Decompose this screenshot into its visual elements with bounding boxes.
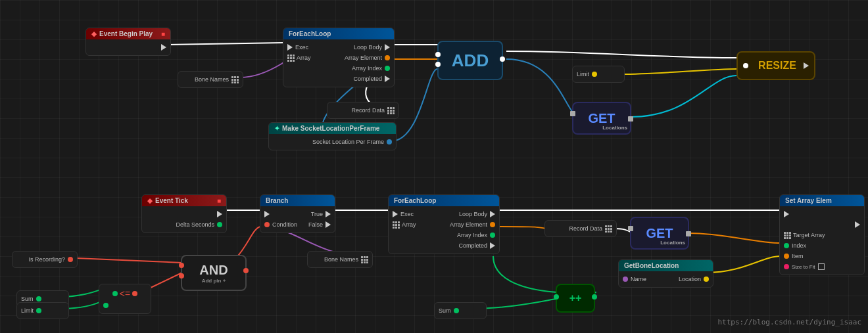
array-idx-out <box>490 233 495 238</box>
and-in1-pin <box>179 263 184 268</box>
resize-exec-in <box>743 63 748 68</box>
node-header: Set Array Elem <box>780 195 864 206</box>
bone-names-pin <box>231 76 239 83</box>
loop-body-pin <box>385 44 390 51</box>
add-in1-pin <box>435 52 441 57</box>
node-header: ForEachLoop <box>283 28 394 39</box>
array-in-pin <box>287 55 295 62</box>
record-data-bot-node[interactable]: Record Data <box>544 220 617 237</box>
node-header: ForEachLoop <box>389 195 499 206</box>
index-pin <box>784 243 789 248</box>
delta-sec-pin <box>217 222 222 227</box>
and-in2-pin <box>179 273 184 278</box>
plusplus-node[interactable]: ++ <box>556 284 595 313</box>
get-bot-node[interactable]: GET Locations <box>630 217 689 250</box>
get-top-node[interactable]: GET Locations <box>572 102 631 135</box>
get-bot-in-pin <box>628 226 633 231</box>
bone-names-top-node[interactable]: Bone Names <box>178 71 243 88</box>
watermark: https://blog.csdn.net/dying_isaac <box>717 318 861 326</box>
add-out-pin <box>500 56 505 62</box>
branch-exec-in <box>264 211 270 217</box>
condition-pin <box>264 222 270 227</box>
loop-body-out <box>490 211 495 217</box>
node-header: ◆ Event Tick ■ <box>142 195 226 206</box>
branch-false-pin <box>326 221 331 228</box>
for-each-loop-bot-node[interactable]: ForEachLoop Exec Loop Body Array Array E… <box>388 194 500 254</box>
get-bot-out-pin <box>686 231 691 236</box>
add-node[interactable]: ADD <box>437 41 503 80</box>
completed-pin <box>385 76 390 82</box>
sum-bot-pin <box>454 308 459 313</box>
location-pin <box>704 277 709 282</box>
item-pin <box>784 254 789 259</box>
bone-names-bot-node[interactable]: Bone Names <box>307 251 373 268</box>
is-recording-pin <box>68 257 73 262</box>
foreach-exec-in <box>393 211 398 217</box>
and-out-pin <box>243 268 249 273</box>
for-each-loop-top-node[interactable]: ForEachLoop Exec Loop Body Array Array E… <box>283 28 395 87</box>
size-to-fit-checkbox[interactable] <box>818 263 825 270</box>
lte-in2 <box>103 303 108 308</box>
get-in-pin <box>570 111 575 116</box>
node-header: ◆ Event Begin Play ■ <box>86 28 170 39</box>
branch-node[interactable]: Branch True Condition False <box>260 194 335 233</box>
make-socket-node[interactable]: ✦ Make SocketLocationPerFrame Socket Loc… <box>268 122 397 150</box>
set-exec-out <box>855 221 860 228</box>
lte-out <box>132 291 137 296</box>
resize-node[interactable]: RESIZE <box>736 51 815 80</box>
limit-bot-pin <box>36 308 41 313</box>
array-elem-pin <box>385 55 390 60</box>
limit-bot-node[interactable]: Limit <box>16 302 69 319</box>
pp-out-pin <box>592 294 597 300</box>
and-node[interactable]: AND Add pin + <box>181 255 247 291</box>
lte-in1 <box>112 291 118 296</box>
get-bone-location-node[interactable]: GetBoneLocation Name Location <box>618 259 713 288</box>
get-out-pin <box>628 116 633 122</box>
tick-exec-out <box>217 211 222 217</box>
sum-bot-node[interactable]: Sum <box>434 302 487 319</box>
array-elem-out <box>490 222 495 227</box>
target-array-pin <box>784 232 791 239</box>
is-recording-node[interactable]: Is Recording? <box>12 251 78 268</box>
sum-pin <box>36 296 41 301</box>
record-data-pin <box>387 107 395 114</box>
record-data-bot-pin <box>605 225 612 233</box>
lte-node[interactable]: <= <box>99 284 151 314</box>
record-data-top-node[interactable]: Record Data <box>327 102 399 119</box>
exec-out-pin <box>161 44 166 51</box>
set-array-elem-node[interactable]: Set Array Elem Target Array Index Item S… <box>779 194 865 275</box>
size-to-fit-pin <box>784 264 789 269</box>
node-header: Branch <box>260 195 335 206</box>
branch-true-pin <box>326 211 331 217</box>
array-index-pin <box>385 66 390 71</box>
completed-out <box>490 242 495 249</box>
exec-in-pin <box>287 44 293 51</box>
array-in-pin2 <box>393 221 400 229</box>
limit-top-node[interactable]: Limit <box>572 66 625 83</box>
add-in2-pin <box>435 62 441 67</box>
event-begin-play-node[interactable]: ◆ Event Begin Play ■ <box>85 28 171 56</box>
set-exec-in <box>784 211 789 217</box>
node-header: ✦ Make SocketLocationPerFrame <box>269 123 396 134</box>
limit-pin <box>592 72 597 77</box>
bone-names-bot-pin <box>361 256 368 263</box>
resize-exec-out <box>804 62 809 69</box>
pp-in-pin <box>554 294 559 300</box>
name-pin <box>623 277 628 282</box>
socket-loc-pin <box>387 139 392 144</box>
event-tick-node[interactable]: ◆ Event Tick ■ Delta Seconds <box>141 194 227 233</box>
node-header: GetBoneLocation <box>619 260 713 271</box>
